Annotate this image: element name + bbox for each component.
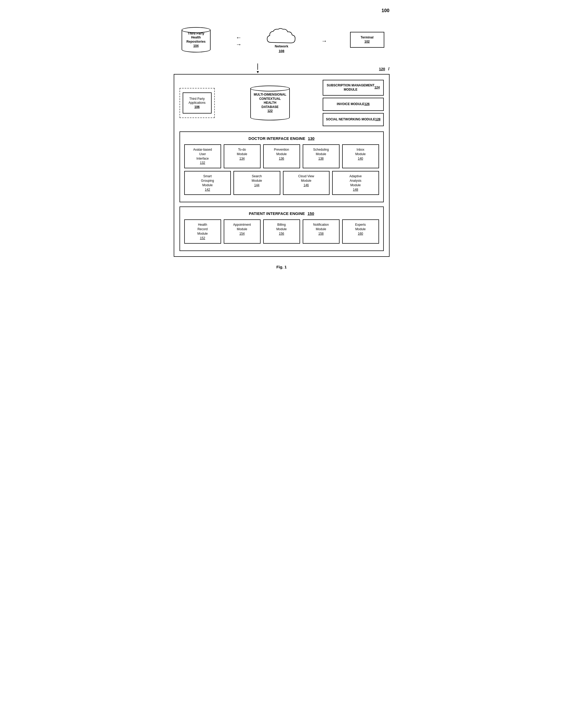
db-cylinder-top (250, 86, 290, 91)
third-party-apps-box: Third PartyApplications106 (183, 92, 212, 114)
repo-network-arrows: ← → (236, 34, 242, 48)
patient-engine-box: PATIENT INTERFACE ENGINE 150 HealthRecor… (180, 206, 384, 251)
appointment-module-box: AppointmentModule154 (224, 219, 261, 243)
top-section: Third PartyHealthRepositories104 ← → Net… (174, 16, 389, 63)
experts-module-box: ExpertsModule160 (342, 219, 379, 243)
database-label: MULTI-DIMENSIONALCONTEXTUAL HEALTHDATABA… (250, 88, 290, 117)
experts-number: 160 (358, 232, 363, 235)
notification-number: 158 (318, 232, 323, 235)
patient-row-1: HealthRecordModule152 AppointmentModule1… (184, 219, 379, 243)
database-col: MULTI-DIMENSIONALCONTEXTUAL HEALTHDATABA… (220, 80, 320, 126)
main-box: 120 / Third PartyApplications106 MULTI-D… (174, 74, 389, 257)
notification-module-box: NotificationModule158 (303, 219, 339, 243)
figure-label: Fig. 1 (174, 265, 389, 269)
doctor-engine-title: DOCTOR INTERFACE ENGINE 130 (184, 136, 379, 141)
main-ref-number: 100 (174, 8, 389, 13)
search-number: 144 (254, 183, 260, 187)
repositories-label: Third PartyHealthRepositories104 (182, 30, 211, 50)
third-party-apps-dashed: Third PartyApplications106 (180, 88, 215, 118)
social-networking-module-box: SOCIAL NETWORKING MODULE128 (323, 113, 383, 126)
doctor-engine-number: 130 (308, 136, 314, 141)
todo-module-box: To-doModule134 (224, 144, 261, 168)
invoice-number: 126 (364, 102, 369, 106)
prevention-number: 136 (279, 157, 284, 160)
adaptive-number: 148 (353, 188, 358, 191)
network-number: 108 (279, 49, 284, 53)
main-box-number: 120 / (379, 67, 389, 71)
terminal-number: 102 (364, 40, 369, 43)
scheduling-number: 138 (318, 157, 323, 160)
billing-number: 156 (279, 232, 284, 235)
database-cylinder: MULTI-DIMENSIONALCONTEXTUAL HEALTHDATABA… (249, 86, 291, 120)
left-arrow: ← (236, 34, 242, 41)
right-arrow: → (236, 41, 242, 48)
scheduling-module-box: SchedulingModule138 (303, 144, 339, 168)
billing-module-box: BillingModule156 (263, 219, 300, 243)
health-record-module-box: HealthRecordModule152 (184, 219, 221, 243)
terminal-box: Terminal102 (350, 32, 384, 48)
cloud-shape (265, 27, 299, 48)
bidirectional-arrow: → (321, 38, 327, 45)
third-party-apps-wrapper: Third PartyApplications106 (180, 80, 218, 126)
third-party-apps-number: 106 (194, 105, 200, 109)
todo-number: 134 (239, 157, 245, 160)
right-modules: SUBSCRIPTION MANAGEMENTMODULE124 INVOICE… (323, 80, 383, 126)
smart-grouping-module-box: SmartGroupingModule142 (184, 171, 231, 195)
inbox-module-box: InboxModule140 (342, 144, 379, 168)
search-module-box: SearchModule144 (234, 171, 280, 195)
doctor-row-2: SmartGroupingModule142 SearchModule144 C… (184, 171, 379, 195)
avatar-module-box: Avatar-basedUserInterface132 (184, 144, 221, 168)
top-row-inside: Third PartyApplications106 MULTI-DIMENSI… (180, 80, 384, 126)
subscription-module-box: SUBSCRIPTION MANAGEMENTMODULE124 (323, 80, 383, 96)
network-cloud: Network 108 (265, 27, 299, 53)
cloud-view-number: 146 (303, 183, 309, 187)
subscription-number: 124 (374, 86, 380, 90)
appointment-number: 154 (239, 232, 245, 235)
patient-engine-number: 150 (307, 211, 314, 216)
health-record-number: 152 (200, 236, 205, 240)
adaptive-analysis-module-box: AdaptiveAnalysisModule148 (332, 171, 379, 195)
social-number: 128 (375, 117, 380, 122)
repositories-number: 104 (193, 44, 199, 48)
repositories-cylinder: Third PartyHealthRepositories104 (179, 27, 213, 52)
smart-grouping-number: 142 (205, 188, 210, 191)
doctor-engine-title-text: DOCTOR INTERFACE ENGINE (249, 136, 305, 141)
avatar-number: 132 (200, 161, 205, 165)
network-down-arrow: ▼ (163, 63, 389, 74)
doctor-row-1: Avatar-basedUserInterface132 To-doModule… (184, 144, 379, 168)
cloud-view-module-box: Cloud ViewModule146 (283, 171, 330, 195)
doctor-engine-box: DOCTOR INTERFACE ENGINE 130 Avatar-based… (180, 131, 384, 202)
patient-engine-title-text: PATIENT INTERFACE ENGINE (249, 211, 305, 216)
network-terminal-arrows: → (321, 38, 327, 45)
prevention-module-box: PreventionModule136 (263, 144, 300, 168)
invoice-module-box: INVOICE MODULE126 (323, 98, 383, 111)
inbox-number: 140 (358, 157, 363, 160)
cylinder-top (182, 27, 211, 33)
database-number: 122 (268, 109, 273, 113)
patient-engine-title: PATIENT INTERFACE ENGINE 150 (184, 211, 379, 216)
